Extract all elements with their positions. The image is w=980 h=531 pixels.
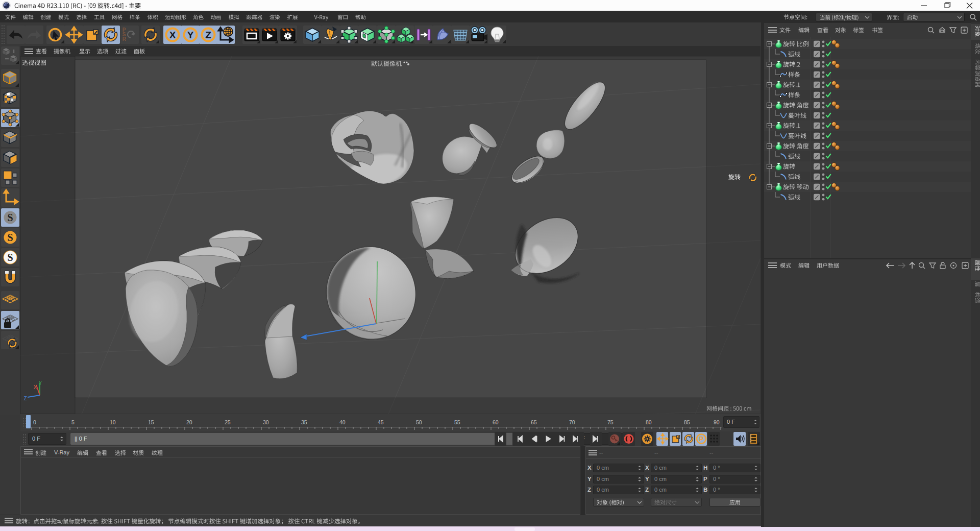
svg-text:25: 25 [225, 419, 231, 425]
svg-text:85: 85 [684, 419, 690, 425]
svg-text:S: S [7, 212, 13, 223]
svg-text:10: 10 [110, 419, 116, 425]
svg-text:Z: Z [205, 30, 211, 40]
svg-text:R: R [122, 36, 127, 42]
svg-text:70: 70 [569, 419, 575, 425]
svg-text:35: 35 [301, 419, 307, 425]
svg-text:20: 20 [186, 419, 192, 425]
svg-text:40: 40 [339, 419, 346, 425]
svg-text:60: 60 [493, 419, 499, 425]
svg-text:S: S [7, 252, 13, 263]
svg-text:15: 15 [148, 419, 154, 425]
svg-text:80: 80 [646, 419, 652, 425]
svg-text:5: 5 [71, 419, 75, 425]
svg-text:45: 45 [378, 419, 384, 425]
svg-text:55: 55 [454, 419, 460, 425]
svg-text:0: 0 [33, 419, 36, 425]
svg-text:50: 50 [416, 419, 422, 425]
svg-text:S: S [7, 232, 13, 243]
svg-text:75: 75 [607, 419, 614, 425]
svg-text:Y: Y [187, 30, 194, 40]
svg-text:X: X [169, 30, 176, 40]
svg-text:30: 30 [263, 419, 269, 425]
svg-text:65: 65 [531, 419, 537, 425]
svg-text:90: 90 [714, 419, 720, 425]
svg-text:P: P [699, 435, 704, 443]
